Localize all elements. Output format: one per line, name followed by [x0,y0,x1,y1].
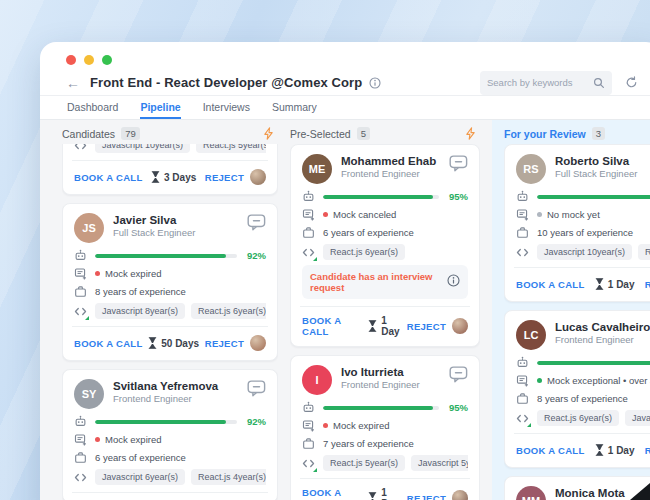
page-title: Front End - React Developer @Comex Corp [90,75,362,90]
tab-bar: Dashboard Pipeline Interviews Summary [40,96,650,120]
candidate-card-footer: BOOK A CALL1 DayREJECT [516,268,650,292]
mock-score-bar [537,195,650,199]
minimize-window-button[interactable] [84,55,94,65]
reject-button[interactable]: REJECT [205,169,266,185]
candidate-name: Svitlana Yefremova [113,379,247,393]
skill-tags: React.js 5year(s)Javascript 5year(s) [323,455,468,471]
comment-icon[interactable] [247,380,266,397]
candidate-card-header: LCLucas CavalheiroFrontend Engineer [516,320,650,350]
flash-icon[interactable] [465,127,476,140]
refresh-icon[interactable] [625,76,638,89]
card-stat-row: 95% [302,190,468,203]
close-window-button[interactable] [66,55,76,65]
reject-button[interactable]: REJECT [645,442,650,458]
tab-dashboard[interactable]: Dashboard [67,96,118,119]
avatar: MM [516,486,546,500]
skill-tag: React.js 4year(s) [638,244,650,260]
experience-icon [516,392,529,405]
skill-tags: Javascript 10year(s)React.js 4year(s) [537,244,650,260]
experience-icon [516,226,529,239]
candidate-card-footer: BOOK A CALL1 DayREJECT [516,434,650,458]
search-icon[interactable] [593,77,605,89]
mock-score-bar-fill [323,195,433,199]
reject-button[interactable]: REJECT [205,335,266,351]
experience-text: 10 years of experience [537,227,633,238]
wait-icon [368,492,381,500]
tab-summary[interactable]: Summary [272,96,317,119]
comment-icon[interactable] [449,366,468,383]
info-icon[interactable] [369,77,381,89]
book-a-call-button[interactable]: BOOK A CALL [74,172,143,183]
candidate-card[interactable]: JSJavier SilvaFull Stack Engineer92%Mock… [62,203,278,361]
experience-text: 8 years of experience [95,286,186,297]
skill-tags: React.js 6year(s) [323,244,405,260]
back-icon[interactable]: ← [66,75,80,91]
candidate-name: Ivo Iturrieta [341,365,449,379]
experience-icon [74,451,87,464]
candidate-role: Frontend Engineer [555,334,650,346]
waiting-time-text: 1 Day [381,315,406,337]
column-body[interactable]: RSRoberto SilvaFull Stack EngineerNo moc… [504,144,650,500]
mock-status-icon [516,374,529,387]
skill-tag: React.js 6year(s) [537,410,619,426]
avatar: JS [74,213,104,243]
candidate-card[interactable]: SYSvitlana YefremovaFrontend Engineer92%… [62,369,278,500]
avatar: ME [302,154,332,184]
mock-score-icon [302,401,315,414]
candidate-card[interactable]: RSRoberto SilvaFull Stack EngineerNo moc… [504,144,650,302]
candidate-card[interactable]: Javascript 10year(s)React.js 5year(s)BOO… [62,144,278,195]
candidate-role: Frontend Engineer [113,393,247,405]
candidate-card[interactable]: LCLucas CavalheiroFrontend EngineerMock … [504,310,650,468]
card-stat-row: Mock expired [74,433,266,446]
waiting-time-text: 1 Day [608,445,635,456]
avatar: SY [74,379,104,409]
mock-score-bar [323,406,439,410]
mock-score-icon [516,356,529,369]
card-stat-row: 8 years of experience [74,285,266,298]
info-icon[interactable] [447,273,460,291]
column-pre-selected: Pre-Selected5MEMohammed EhabFrontend Eng… [290,123,480,500]
column-count-badge: 79 [121,127,140,140]
skill-tag: Javascript 8year(s) [95,303,185,319]
column-header: Candidates79 [62,123,278,144]
skill-tags: Javascript 8year(s)React.js 6year(s) [95,303,266,319]
candidate-identity: Ivo IturrietaFrontend Engineer [341,365,449,392]
candidate-card[interactable]: MMMonica Mota [504,476,650,500]
comment-icon[interactable] [247,214,266,231]
tab-interviews[interactable]: Interviews [203,96,250,119]
column-header: Pre-Selected5 [290,123,480,144]
candidate-card[interactable]: IIvo IturrietaFrontend Engineer95%Mock e… [290,355,480,500]
waiting-time-text: 50 Days [161,338,199,349]
flash-icon[interactable] [263,127,274,140]
card-stat-row [516,356,650,369]
column-title: Candidates [62,128,115,140]
mock-score-bar [95,420,237,424]
book-a-call-button[interactable]: BOOK A CALL [302,487,368,500]
book-a-call-button[interactable]: BOOK A CALL [74,338,143,349]
column-body[interactable]: Javascript 10year(s)React.js 5year(s)BOO… [62,144,278,500]
card-stat-row: Javascript 6year(s)React.js 4year(s) [74,469,266,485]
search-input[interactable] [487,77,593,88]
candidate-name: Javier Silva [113,213,247,227]
mock-score-bar-fill [323,406,433,410]
experience-text: 8 years of experience [537,393,628,404]
book-a-call-button[interactable]: BOOK A CALL [516,445,585,456]
mock-status-text: Mock exceptional • over 4 years ago [547,375,650,386]
column-candidates: Candidates79Javascript 10year(s)React.js… [62,123,278,500]
reject-button[interactable]: REJECT [407,490,468,500]
recruiter-avatar [250,335,266,351]
comment-icon[interactable] [449,155,468,172]
skill-tag: Javascript 10year(s) [537,244,632,260]
reject-button[interactable]: REJECT [407,318,468,334]
book-a-call-button[interactable]: BOOK A CALL [516,279,585,290]
tab-pipeline[interactable]: Pipeline [140,96,180,119]
column-body[interactable]: MEMohammed EhabFrontend Engineer95%Mock … [290,144,480,500]
book-a-call-button[interactable]: BOOK A CALL [302,315,368,337]
mock-score-icon [516,190,529,203]
maximize-window-button[interactable] [102,55,112,65]
experience-icon [302,437,315,450]
column-title: For your Review [504,128,586,140]
reject-button[interactable]: REJECT [645,276,650,292]
candidate-card[interactable]: MEMohammed EhabFrontend Engineer95%Mock … [290,144,480,347]
mock-score-percent: 92% [247,250,266,261]
